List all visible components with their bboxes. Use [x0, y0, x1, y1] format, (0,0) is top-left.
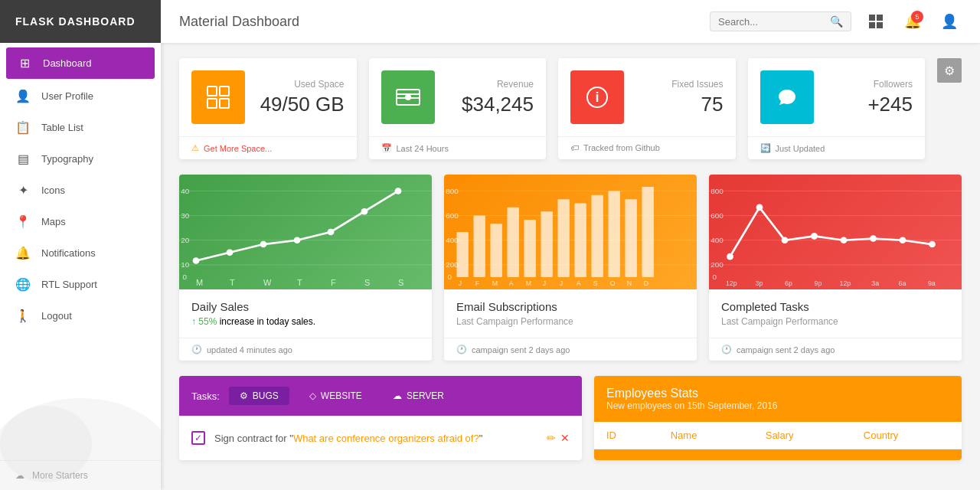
svg-rect-4 [207, 87, 217, 96]
svg-rect-6 [207, 99, 217, 108]
sidebar-item-notifications[interactable]: 🔔 Notifications [0, 237, 161, 269]
svg-text:A: A [577, 279, 581, 287]
svg-text:6a: 6a [899, 279, 906, 287]
svg-text:F: F [475, 279, 479, 287]
svg-text:10: 10 [181, 260, 190, 269]
svg-text:6p: 6p [785, 279, 792, 287]
task-actions: ✏ ✕ [547, 432, 570, 444]
sidebar-nav: ⊞ Dashboard 👤 User Profile 📋 Table List … [0, 43, 161, 460]
logout-icon: 🚶 [15, 309, 31, 323]
svg-text:400: 400 [710, 236, 724, 244]
server-label: SERVER [407, 390, 444, 401]
tasks-body: ✓ Sign contract for "What are conference… [179, 416, 582, 460]
notification-icon[interactable]: 🔔 5 [900, 9, 925, 34]
tasks-card: Tasks: ⚙ BUGS ◇ WEBSITE ☁ SERVER [179, 376, 582, 460]
task-tab-website[interactable]: ◇ WEBSITE [299, 387, 373, 405]
sidebar-item-label: User Profile [41, 90, 93, 102]
sidebar-item-icons[interactable]: ✦ Icons [0, 175, 161, 206]
sidebar-footer[interactable]: ☁ More Starters [0, 460, 161, 490]
svg-text:9a: 9a [928, 279, 936, 287]
sidebar-item-logout[interactable]: 🚶 Logout [0, 300, 161, 332]
svg-rect-3 [877, 22, 883, 28]
svg-rect-60 [491, 224, 502, 277]
svg-text:12p: 12p [726, 279, 737, 287]
task-checkbox[interactable]: ✓ [191, 431, 205, 445]
sidebar: FLASK DASHBOARD ⊞ Dashboard 👤 User Profi… [0, 0, 161, 490]
task-edit-icon[interactable]: ✏ [547, 432, 556, 444]
revenue-icon [381, 70, 435, 124]
svg-text:i: i [595, 90, 599, 105]
svg-point-89 [782, 237, 789, 243]
header: Material Dashboard 🔍 🔔 5 👤 [161, 0, 980, 43]
sidebar-item-rtl-support[interactable]: 🌐 RTL Support [0, 269, 161, 300]
settings-button[interactable]: ⚙ [937, 58, 962, 83]
svg-text:N: N [627, 279, 632, 287]
search-input[interactable] [718, 16, 825, 28]
svg-text:0: 0 [447, 273, 452, 281]
sidebar-item-dashboard[interactable]: ⊞ Dashboard [6, 47, 155, 79]
task-delete-icon[interactable]: ✕ [560, 432, 570, 444]
grid-icon[interactable] [864, 9, 888, 34]
task-link[interactable]: What are conference organizers afraid of… [293, 433, 479, 444]
sidebar-item-label: Typography [41, 153, 93, 165]
chart-card-daily-sales: M T W T F S S 40 30 20 10 0 [179, 175, 432, 361]
completed-tasks-chart: 800 600 400 200 0 12p 3p 6p 9p 12p 3a 6a… [709, 175, 962, 289]
task-text: Sign contract for "What are conference o… [214, 433, 482, 444]
main-content: Material Dashboard 🔍 🔔 5 👤 [161, 0, 980, 490]
sidebar-item-label: Table List [41, 122, 83, 133]
svg-rect-69 [642, 187, 654, 277]
email-subscriptions-info: Email Subscriptions Last Campaign Perfor… [444, 289, 697, 338]
svg-rect-59 [474, 216, 485, 277]
get-more-space-link[interactable]: Get More Space... [204, 144, 272, 153]
employees-subtitle: New employees on 15th September, 2016 [606, 400, 949, 411]
fixed-issues-info: Fixed Issues 75 [636, 79, 724, 116]
search-icon[interactable]: 🔍 [830, 15, 843, 28]
fixed-issues-icon: i [570, 70, 624, 124]
svg-text:3p: 3p [756, 279, 763, 287]
svg-point-91 [841, 237, 848, 243]
clock-icon-2: 🕐 [456, 345, 467, 354]
tag-icon: 🏷 [570, 143, 579, 152]
sidebar-item-table-list[interactable]: 📋 Table List [0, 112, 161, 143]
col-id: ID [594, 422, 658, 449]
svg-point-31 [227, 250, 234, 256]
server-icon: ☁ [393, 390, 402, 401]
svg-text:0: 0 [182, 273, 187, 281]
icons-icon: ✦ [15, 183, 31, 198]
fixed-issues-label: Fixed Issues [636, 79, 724, 90]
notifications-icon: 🔔 [15, 246, 31, 260]
svg-text:J: J [543, 279, 546, 287]
sidebar-item-maps[interactable]: 📍 Maps [0, 206, 161, 237]
settings-icon: ⚙ [944, 64, 955, 78]
svg-text:40: 40 [181, 187, 190, 195]
task-tab-server[interactable]: ☁ SERVER [382, 387, 455, 405]
revenue-label: Revenue [447, 79, 534, 90]
col-country: Country [851, 422, 962, 449]
svg-point-92 [870, 235, 877, 242]
user-icon[interactable]: 👤 [937, 9, 962, 34]
bottom-cards-row: Tasks: ⚙ BUGS ◇ WEBSITE ☁ SERVER [179, 376, 962, 460]
sidebar-item-user-profile[interactable]: 👤 User Profile [0, 80, 161, 112]
used-space-icon [191, 70, 245, 124]
employees-header: Employees Stats New employees on 15th Se… [594, 376, 962, 422]
user-profile-icon: 👤 [15, 89, 31, 103]
rtl-icon: 🌐 [15, 277, 31, 292]
refresh-icon: 🔄 [760, 143, 771, 153]
sidebar-item-typography[interactable]: ▤ Typography [0, 143, 161, 175]
cloud-icon: ☁ [15, 470, 24, 481]
followers-footer: 🔄 Just Updated [748, 136, 926, 159]
bugs-icon: ⚙ [240, 390, 248, 401]
svg-text:S: S [593, 279, 598, 287]
svg-text:S: S [398, 278, 403, 287]
sidebar-item-label: Logout [41, 310, 72, 322]
svg-text:30: 30 [181, 211, 190, 220]
svg-text:D: D [644, 279, 648, 287]
completed-tasks-subtitle: Last Campaign Performance [721, 316, 949, 327]
svg-rect-7 [220, 99, 229, 108]
completed-tasks-footer-text: campaign sent 2 days ago [737, 345, 835, 354]
svg-rect-62 [524, 220, 536, 277]
header-actions: 🔍 🔔 5 👤 [710, 9, 962, 34]
svg-point-33 [294, 237, 301, 243]
task-tab-bugs[interactable]: ⚙ BUGS [229, 387, 289, 405]
svg-rect-63 [541, 211, 553, 277]
